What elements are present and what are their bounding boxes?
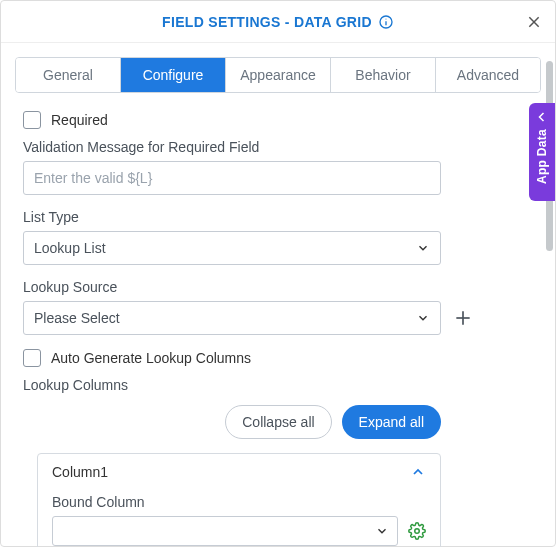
column-title: Column1 [52, 464, 108, 480]
tab-configure[interactable]: Configure [121, 58, 226, 92]
chevron-down-icon [416, 311, 430, 325]
tabs: General Configure Appearance Behavior Ad… [15, 57, 541, 93]
lookup-source-value: Please Select [34, 310, 120, 326]
field-settings-dialog: FIELD SETTINGS - DATA GRID General Confi… [0, 0, 556, 547]
add-lookup-source-button[interactable] [453, 308, 473, 328]
app-data-label: App Data [535, 129, 549, 184]
chevron-down-icon [375, 524, 389, 538]
validation-label: Validation Message for Required Field [23, 139, 533, 155]
tabs-container: General Configure Appearance Behavior Ad… [1, 43, 555, 93]
tab-appearance[interactable]: Appearance [226, 58, 331, 92]
column-header[interactable]: Column1 [38, 454, 440, 490]
expand-all-button[interactable]: Expand all [342, 405, 441, 439]
tab-behavior[interactable]: Behavior [331, 58, 436, 92]
lookup-columns-actions: Collapse all Expand all [23, 405, 441, 439]
tab-advanced[interactable]: Advanced [436, 58, 540, 92]
column-panel: Column1 Bound Column [37, 453, 441, 547]
dialog-title: FIELD SETTINGS - DATA GRID [162, 14, 372, 30]
list-type-select[interactable]: Lookup List [23, 231, 441, 265]
bound-column-row [52, 516, 426, 546]
validation-input[interactable] [23, 161, 441, 195]
chevron-up-icon [410, 464, 426, 480]
auto-generate-row: Auto Generate Lookup Columns [23, 349, 533, 367]
lookup-source-label: Lookup Source [23, 279, 533, 295]
chevron-down-icon [416, 241, 430, 255]
collapse-all-button[interactable]: Collapse all [225, 405, 331, 439]
gear-icon[interactable] [408, 522, 426, 540]
auto-generate-label: Auto Generate Lookup Columns [51, 350, 251, 366]
svg-point-7 [415, 529, 420, 534]
chevron-left-icon [536, 111, 548, 123]
lookup-source-select[interactable]: Please Select [23, 301, 441, 335]
column-body: Bound Column Header [38, 490, 440, 547]
required-label: Required [51, 112, 108, 128]
tab-general[interactable]: General [16, 58, 121, 92]
required-checkbox[interactable] [23, 111, 41, 129]
required-row: Required [23, 111, 533, 129]
list-type-label: List Type [23, 209, 533, 225]
lookup-columns-label: Lookup Columns [23, 377, 533, 393]
bound-column-select[interactable] [52, 516, 398, 546]
auto-generate-checkbox[interactable] [23, 349, 41, 367]
close-button[interactable] [523, 11, 545, 33]
lookup-source-row: Please Select [23, 301, 533, 335]
dialog-header: FIELD SETTINGS - DATA GRID [1, 1, 555, 43]
bound-column-label: Bound Column [52, 494, 426, 510]
app-data-side-tab[interactable]: App Data [529, 103, 555, 201]
info-icon[interactable] [378, 14, 394, 30]
configure-panel: Required Validation Message for Required… [1, 93, 555, 547]
list-type-value: Lookup List [34, 240, 106, 256]
svg-point-2 [385, 18, 386, 19]
